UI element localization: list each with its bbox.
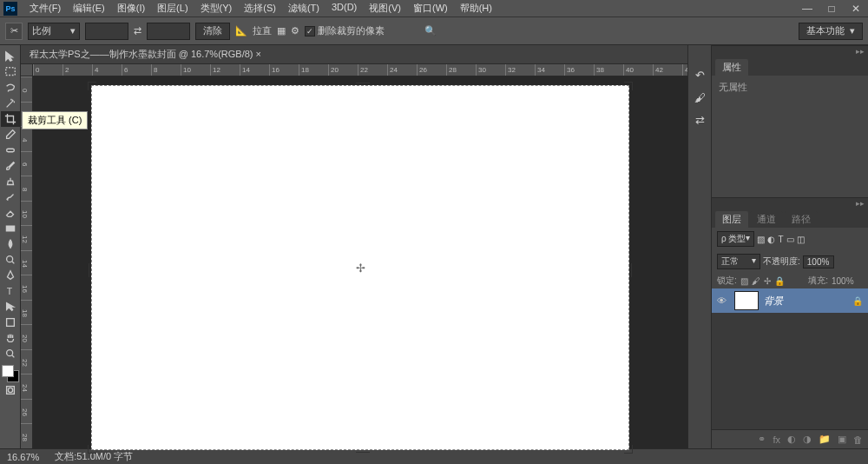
panel-collapse-layers[interactable]: ▸▸ — [712, 198, 868, 209]
pen-tool[interactable] — [1, 268, 20, 283]
menu-file[interactable]: 文件(F) — [24, 0, 66, 17]
swatches-panel-icon[interactable]: ⇄ — [691, 111, 708, 129]
horizontal-ruler[interactable]: 0246810121416182022242628303234363840424… — [33, 64, 687, 76]
lock-paint-icon[interactable]: 🖌 — [752, 276, 760, 286]
layer-filter-select[interactable]: ρ 类型▾ — [717, 231, 754, 247]
brush-panel-icon[interactable]: 🖌 — [691, 89, 708, 106]
overlay-icon[interactable]: ▦ — [277, 25, 286, 36]
menu-window[interactable]: 窗口(W) — [408, 0, 453, 17]
lock-transparent-icon[interactable]: ▨ — [740, 276, 748, 286]
crop-tool-preset-icon[interactable]: ✂ — [5, 23, 23, 40]
link-layers-icon[interactable]: ⚭ — [758, 434, 766, 445]
new-group-icon[interactable]: 📁 — [819, 434, 831, 445]
crop-handle-top-right[interactable] — [624, 82, 633, 90]
swap-icon[interactable]: ⇄ — [134, 25, 141, 36]
foreground-color[interactable] — [2, 365, 14, 377]
zoom-tool[interactable] — [1, 346, 20, 361]
history-brush-tool[interactable] — [1, 189, 20, 205]
fill-input[interactable]: 100% — [832, 276, 863, 286]
clear-button[interactable]: 清除 — [195, 23, 230, 40]
layer-lock-row: 锁定: ▨ 🖌 ✢ 🔒 填充: 100% — [712, 273, 868, 288]
layers-tab[interactable]: 图层 — [715, 211, 748, 228]
workspace-selector[interactable]: 基本功能▾ — [799, 23, 863, 40]
marquee-tool[interactable] — [1, 64, 20, 80]
search-icon[interactable]: 🔍 — [424, 25, 437, 36]
crop-ratio-select[interactable]: 比例▾ — [28, 23, 80, 40]
move-tool[interactable] — [1, 49, 20, 64]
crop-handle-left[interactable] — [89, 263, 94, 277]
blur-tool[interactable] — [1, 236, 20, 252]
straighten-icon[interactable]: 📐 — [235, 25, 247, 36]
checkbox-icon: ✓ — [305, 26, 315, 36]
brush-tool[interactable] — [1, 158, 20, 174]
delete-cropped-checkbox[interactable]: ✓ 删除裁剪的像素 — [305, 24, 385, 37]
color-swatches[interactable] — [2, 365, 19, 382]
menu-edit[interactable]: 编辑(E) — [68, 0, 110, 17]
menu-view[interactable]: 视图(V) — [364, 0, 406, 17]
adjustment-layer-icon[interactable]: ◑ — [803, 434, 812, 445]
lock-all-icon[interactable]: 🔒 — [774, 276, 785, 286]
eraser-tool[interactable] — [1, 205, 20, 221]
eyedropper-tool[interactable] — [1, 127, 20, 143]
hand-tool[interactable] — [1, 330, 20, 346]
quickmask-tool[interactable] — [1, 382, 20, 398]
path-selection-tool[interactable] — [1, 299, 20, 315]
layers-empty-area[interactable] — [712, 313, 868, 429]
filter-adjust-icon[interactable]: ◐ — [767, 235, 775, 244]
menu-help[interactable]: 帮助(H) — [455, 0, 497, 17]
crop-handle-bottom[interactable] — [356, 447, 370, 453]
menu-3d[interactable]: 3D(D) — [326, 0, 362, 17]
minimize-button[interactable]: — — [799, 3, 816, 15]
crop-width-input[interactable] — [85, 23, 128, 40]
crop-handle-bottom-left[interactable] — [88, 445, 96, 454]
blend-mode-select[interactable]: 正常▾ — [717, 254, 760, 269]
gradient-tool[interactable] — [1, 221, 20, 236]
shape-tool[interactable] — [1, 315, 20, 330]
dodge-tool[interactable] — [1, 252, 20, 268]
visibility-icon[interactable]: 👁 — [717, 295, 729, 306]
properties-tab[interactable]: 属性 — [715, 59, 748, 76]
menu-image[interactable]: 图像(I) — [112, 0, 150, 17]
crop-height-input[interactable] — [147, 23, 190, 40]
close-button[interactable]: ✕ — [847, 3, 865, 15]
layer-thumbnail[interactable] — [734, 291, 759, 310]
history-panel-icon[interactable]: ↶ — [691, 66, 708, 83]
fill-label: 填充: — [808, 275, 828, 287]
vertical-ruler[interactable]: 0246810121416182022242628 — [21, 76, 33, 448]
menu-layer[interactable]: 图层(L) — [152, 0, 193, 17]
menu-select[interactable]: 选择(S) — [239, 0, 281, 17]
settings-gear-icon[interactable]: ⚙ — [291, 25, 299, 36]
type-tool[interactable]: T — [1, 283, 20, 299]
lasso-tool[interactable] — [1, 80, 20, 96]
zoom-level[interactable]: 16.67% — [7, 452, 39, 462]
crop-handle-top-left[interactable] — [88, 82, 96, 90]
panel-collapse-properties[interactable]: ▸▸ — [712, 46, 868, 56]
filter-smart-icon[interactable]: ◫ — [797, 235, 805, 244]
canvas[interactable]: ✢ — [91, 85, 629, 450]
crop-handle-bottom-right[interactable] — [624, 445, 633, 454]
new-layer-icon[interactable]: ▣ — [838, 434, 846, 445]
layer-row-background[interactable]: 👁 背景 🔒 — [712, 288, 868, 313]
magic-wand-tool[interactable] — [1, 96, 20, 111]
opacity-input[interactable]: 100% — [803, 255, 834, 268]
clone-stamp-tool[interactable] — [1, 174, 20, 189]
maximize-button[interactable]: □ — [823, 3, 840, 15]
healing-brush-tool[interactable] — [1, 143, 20, 158]
menu-type[interactable]: 类型(Y) — [195, 0, 238, 17]
channels-tab[interactable]: 通道 — [750, 211, 783, 228]
crop-handle-right[interactable] — [627, 263, 632, 277]
delete-layer-icon[interactable]: 🗑 — [853, 434, 863, 445]
filter-shape-icon[interactable]: ▭ — [786, 235, 794, 244]
layer-fx-icon[interactable]: fx — [773, 434, 780, 445]
filter-type-icon[interactable]: T — [778, 235, 783, 244]
filter-pixel-icon[interactable]: ▧ — [757, 235, 765, 244]
lock-label: 锁定: — [717, 275, 737, 287]
layer-name[interactable]: 背景 — [764, 295, 847, 308]
crop-handle-top[interactable] — [356, 83, 370, 88]
lock-position-icon[interactable]: ✢ — [764, 276, 771, 286]
document-tab[interactable]: 程太太学PS之——制作水墨款封面 @ 16.7%(RGB/8) × — [21, 45, 687, 64]
crop-tool[interactable]: 裁剪工具 (C) — [1, 111, 20, 127]
layer-mask-icon[interactable]: ◐ — [787, 434, 796, 445]
paths-tab[interactable]: 路径 — [785, 211, 818, 228]
menu-filter[interactable]: 滤镜(T) — [283, 0, 325, 17]
